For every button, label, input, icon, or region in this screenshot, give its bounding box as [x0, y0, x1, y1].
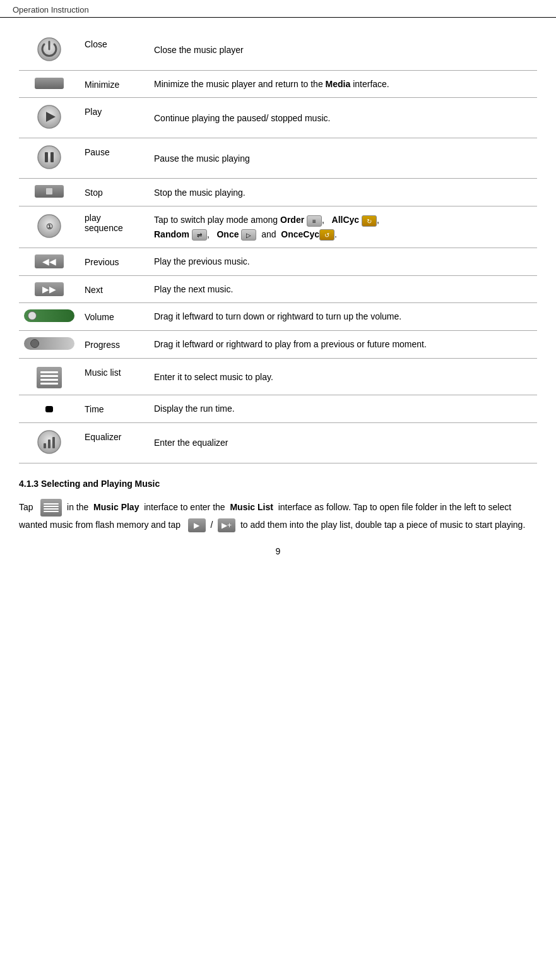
order-label: Order — [280, 215, 304, 225]
allcyc-label: AllCyc — [332, 215, 360, 225]
icon-cell-volume — [19, 302, 80, 330]
icon-cell-time — [19, 395, 80, 422]
desc-cell-stop: Stop the music playing. — [149, 179, 537, 206]
allcyc-icon: ↻ — [362, 215, 377, 227]
name-cell-play: Play — [80, 98, 149, 138]
desc-cell-play: Continue playing the paused/ stopped mus… — [149, 98, 537, 138]
table-row: Progress Drag it leftward or rightward t… — [19, 330, 537, 358]
table-row: Pause Pause the music playing — [19, 138, 537, 179]
svg-text:①: ① — [46, 222, 53, 231]
feature-name-next: Next — [85, 285, 103, 295]
feature-name-progress: Progress — [85, 340, 120, 350]
icon-cell-next: ▶▶ — [19, 275, 80, 302]
icon-cell-stop — [19, 179, 80, 206]
desc-cell-time: Display the run time. — [149, 395, 537, 422]
oncecyc-label: OnceCyc — [281, 229, 319, 239]
feature-name-previous: Previous — [85, 257, 119, 267]
feature-desc-time: Display the run time. — [154, 403, 235, 414]
desc-cell-minimize: Minimize the music player and return to … — [149, 71, 537, 98]
feature-desc-volume: Drag it leftward to turn down or rightwa… — [154, 311, 401, 321]
icon-cell-progress — [19, 330, 80, 358]
feature-name-equalizer: Equalizer — [85, 432, 121, 442]
name-cell-sequence: play sequence — [80, 206, 149, 248]
feature-name-sequence-line2: sequence — [85, 223, 123, 233]
name-cell-next: Next — [80, 275, 149, 302]
table-row: Close Close the music player — [19, 30, 537, 71]
table-row: ① play sequence Tap to switch play mode … — [19, 206, 537, 248]
feature-desc-close: Close the music player — [154, 45, 244, 55]
section-413-text: Tap in the Music Play interface to enter… — [19, 499, 537, 534]
desc-cell-equalizer: Enter the equalizer — [149, 422, 537, 463]
table-row: Music list Enter it to select music to p… — [19, 358, 537, 395]
table-row: Time Display the run time. — [19, 395, 537, 422]
icon-cell-previous: ◀◀ — [19, 248, 80, 275]
previous-icon: ◀◀ — [35, 254, 64, 268]
icon-cell-equalizer — [19, 422, 80, 463]
svg-rect-10 — [48, 439, 50, 448]
para1-mid2: interface to enter the — [144, 502, 225, 512]
svg-point-3 — [38, 146, 61, 169]
icon-cell-sequence: ① — [19, 206, 80, 248]
feature-name-time: Time — [85, 404, 104, 414]
icon-cell-close — [19, 30, 80, 71]
name-cell-previous: Previous — [80, 248, 149, 275]
para1-post2: to add them into the play list, double t… — [240, 520, 525, 530]
once-icon: ▷ — [241, 229, 256, 241]
once-label: Once — [216, 229, 239, 239]
feature-name-volume: Volume — [85, 312, 114, 322]
page-header: Operation Instruction — [0, 0, 556, 18]
feature-desc-next: Play the next music. — [154, 284, 233, 294]
feature-name-stop: Stop — [85, 188, 103, 198]
feature-desc-play: Continue playing the paused/ stopped mus… — [154, 113, 330, 123]
feature-desc-musiclist: Enter it to select music to play. — [154, 372, 273, 382]
feature-desc-previous: Play the previous music. — [154, 256, 250, 266]
feature-name-pause: Pause — [85, 147, 110, 157]
desc-cell-previous: Play the previous music. — [149, 248, 537, 275]
para1-pre: Tap — [19, 502, 33, 512]
pause-icon — [37, 145, 62, 170]
next-icon: ▶▶ — [35, 282, 64, 296]
musiclist-icon — [37, 367, 62, 388]
desc-cell-pause: Pause the music playing — [149, 138, 537, 179]
order-icon: ≡ — [307, 215, 322, 227]
desc-cell-close: Close the music player — [149, 30, 537, 71]
section-413-title: 4.1.3 Selecting and Playing Music — [19, 479, 537, 489]
svg-rect-5 — [50, 152, 54, 162]
desc-cell-next: Play the next music. — [149, 275, 537, 302]
oncecyc-icon: ↺ — [319, 229, 334, 241]
feature-desc-equalizer: Enter the equalizer — [154, 438, 228, 448]
table-row: Play Continue playing the paused/ stoppe… — [19, 98, 537, 138]
features-table: Close Close the music player Minimize Mi… — [19, 30, 537, 463]
nav-add-icon: ▶+ — [218, 518, 235, 532]
feature-name-minimize: Minimize — [85, 80, 119, 90]
name-cell-time: Time — [80, 395, 149, 422]
table-row: Volume Drag it leftward to turn down or … — [19, 302, 537, 330]
random-label: Random — [154, 229, 189, 239]
icon-cell-play — [19, 98, 80, 138]
svg-rect-9 — [44, 443, 46, 448]
table-row: Stop Stop the music playing. — [19, 179, 537, 206]
name-cell-minimize: Minimize — [80, 71, 149, 98]
musicplay-inline-icon — [40, 499, 62, 517]
name-cell-stop: Stop — [80, 179, 149, 206]
para1-bold2: Music List — [230, 502, 273, 512]
page-number: 9 — [19, 546, 537, 556]
feature-desc-progress: Drag it leftward or rightward to play fr… — [154, 339, 427, 349]
desc-cell-musiclist: Enter it to select music to play. — [149, 358, 537, 395]
table-row: Equalizer Enter the equalizer — [19, 422, 537, 463]
random-icon: ⇌ — [192, 229, 207, 241]
icon-cell-pause — [19, 138, 80, 179]
para1-bold1: Music Play — [93, 502, 139, 512]
minimize-icon — [35, 78, 64, 89]
name-cell-musiclist: Music list — [80, 358, 149, 395]
svg-rect-4 — [45, 152, 48, 162]
feature-name-musiclist: Music list — [85, 368, 121, 378]
progress-icon — [24, 337, 74, 350]
equalizer-icon — [37, 429, 62, 455]
para1-mid: in the — [67, 502, 88, 512]
icon-cell-minimize — [19, 71, 80, 98]
sequence-icon: ① — [37, 213, 62, 239]
desc-cell-sequence: Tap to switch play mode among Order ≡, A… — [149, 206, 537, 248]
desc-cell-volume: Drag it leftward to turn down or rightwa… — [149, 302, 537, 330]
feature-name-close: Close — [85, 39, 107, 49]
